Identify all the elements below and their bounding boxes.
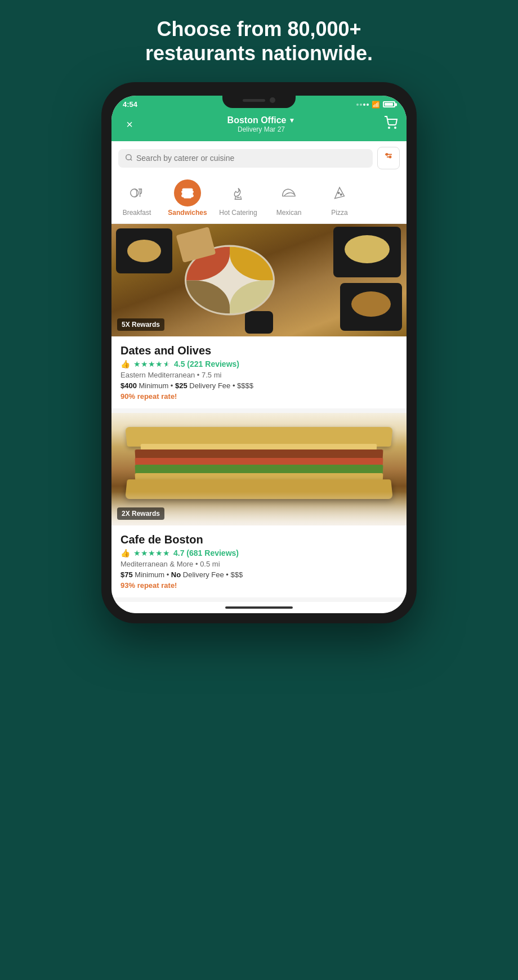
rating-row-1: 👍 ★★★★★★ 4.5 (221 Reviews) <box>120 359 398 368</box>
delivery-date: Delivery Mar 27 <box>227 125 296 133</box>
chevron-down-icon: ▼ <box>289 116 296 124</box>
thumbs-up-icon-1: 👍 <box>120 359 130 368</box>
tab-mexican-label: Mexican <box>276 209 302 217</box>
stars-2: ★★★★★ <box>133 549 170 558</box>
phone-frame: 4:54 📶 × Boston Office ▼ <box>101 82 417 623</box>
filter-button[interactable] <box>377 147 400 169</box>
location-name: Boston Office <box>227 115 287 125</box>
restaurant-name-2: Cafe de Boston <box>120 533 398 546</box>
battery-icon <box>383 101 395 107</box>
rewards-badge-2: 2X Rewards <box>117 507 164 520</box>
svg-rect-13 <box>182 195 194 197</box>
restaurant-image-2: 2X Rewards <box>111 413 407 525</box>
svg-line-3 <box>131 159 132 161</box>
rating-row-2: 👍 ★★★★★ 4.7 (681 Reviews) <box>120 549 398 558</box>
app-header: × Boston Office ▼ Delivery Mar 27 <box>111 111 407 141</box>
tab-pizza[interactable]: Pizza <box>314 179 365 217</box>
tab-pizza-label: Pizza <box>331 209 347 217</box>
restaurant-card-cafe-de-boston[interactable]: 2X Rewards Cafe de Boston 👍 ★★★★★ 4.7 (6… <box>111 413 407 597</box>
search-bar <box>111 141 407 175</box>
svg-point-0 <box>388 127 390 128</box>
search-icon <box>125 154 133 163</box>
cuisine-tabs: Breakfast Sandwiches <box>111 175 407 224</box>
svg-point-1 <box>395 127 396 128</box>
close-button[interactable]: × <box>120 118 139 131</box>
rating-text-1: 4.5 (221 Reviews) <box>174 359 239 368</box>
signal-icon <box>356 104 369 106</box>
svg-point-16 <box>340 194 342 196</box>
svg-point-2 <box>126 155 131 160</box>
search-input[interactable] <box>136 154 366 163</box>
tab-hot-catering[interactable]: Hot Catering <box>213 179 264 217</box>
headline: Choose from 80,000+ restaurants nationwi… <box>123 17 395 65</box>
svg-point-7 <box>386 154 388 155</box>
repeat-rate-2: 93% repeat rate! <box>120 581 398 590</box>
tab-breakfast-label: Breakfast <box>123 209 151 217</box>
price-row-2: $75 Minimum • No Delivery Fee • $$$ <box>120 570 398 579</box>
restaurant-name-1: Dates and Olives <box>120 344 398 357</box>
stars-1: ★★★★★★ <box>133 359 171 368</box>
svg-rect-14 <box>184 197 191 199</box>
wifi-icon: 📶 <box>372 101 380 109</box>
repeat-rate-1: 90% repeat rate! <box>120 392 398 401</box>
svg-point-8 <box>390 156 391 158</box>
time: 4:54 <box>123 100 137 109</box>
location-selector[interactable]: Boston Office ▼ <box>227 115 296 125</box>
tab-sandwiches[interactable]: Sandwiches <box>162 179 213 217</box>
rating-text-2: 4.7 (681 Reviews) <box>173 549 239 558</box>
restaurant-card-dates-and-olives[interactable]: 5X Rewards Dates and Olives 👍 ★★★★★★ 4.5… <box>111 224 407 408</box>
tab-sandwiches-label: Sandwiches <box>168 209 207 217</box>
restaurant-image-1: 5X Rewards <box>111 224 407 336</box>
tab-breakfast[interactable]: Breakfast <box>111 179 162 217</box>
home-indicator <box>111 602 407 613</box>
meta-row-2: Mediterranean & More • 0.5 mi <box>120 560 398 568</box>
thumbs-up-icon-2: 👍 <box>120 549 130 558</box>
meta-row-1: Eastern Mediterranean • 7.5 mi <box>120 371 398 379</box>
rewards-badge-1: 5X Rewards <box>117 318 164 331</box>
tab-mexican[interactable]: Mexican <box>264 179 314 217</box>
price-row-1: $400 Minimum • $25 Delivery Fee • $$$$ <box>120 381 398 390</box>
svg-rect-10 <box>182 189 193 192</box>
cart-button[interactable] <box>384 116 398 133</box>
tab-hot-catering-label: Hot Catering <box>219 209 257 217</box>
svg-point-15 <box>338 192 340 194</box>
